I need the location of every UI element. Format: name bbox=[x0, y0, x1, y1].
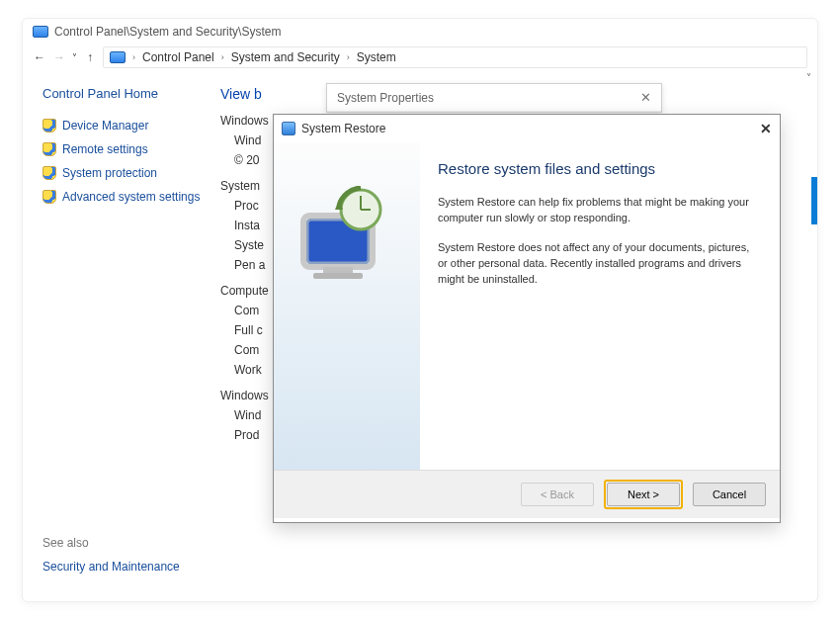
dialog-title: System Restore bbox=[301, 122, 385, 135]
nav-history-caret[interactable]: ˅ bbox=[72, 52, 77, 63]
system-restore-dialog: System Restore ✕ Restore system files an… bbox=[273, 114, 781, 523]
window-title: Control Panel\System and Security\System bbox=[54, 25, 281, 39]
button-label: Cancel bbox=[713, 488, 746, 500]
breadcrumb-part[interactable]: System and Security bbox=[231, 50, 340, 64]
nav-forward-icon[interactable]: → bbox=[52, 50, 66, 64]
highlight-ring: Next > bbox=[604, 480, 683, 509]
breadcrumb-icon bbox=[110, 51, 126, 63]
cancel-button[interactable]: Cancel bbox=[693, 483, 766, 506]
next-button[interactable]: Next > bbox=[607, 483, 680, 506]
breadcrumb-bar[interactable]: › Control Panel › System and Security › … bbox=[103, 46, 807, 68]
see-also-link[interactable]: Security and Maintenance bbox=[42, 560, 180, 574]
windows-accent-bar bbox=[811, 177, 817, 224]
nav-back-icon[interactable]: ← bbox=[33, 50, 46, 64]
dialog-heading: Restore system files and settings bbox=[438, 160, 762, 177]
svg-rect-3 bbox=[313, 273, 363, 279]
sidebar-item-label: Advanced system settings bbox=[62, 190, 200, 204]
sidebar-item-label: Device Manager bbox=[62, 119, 148, 133]
chevron-right-icon: › bbox=[347, 52, 350, 62]
shield-icon bbox=[42, 190, 56, 204]
svg-rect-2 bbox=[323, 267, 353, 273]
dialog-illustration-pane bbox=[274, 142, 420, 470]
see-also-header: See also bbox=[42, 536, 180, 550]
restore-icon bbox=[282, 122, 295, 135]
shield-icon bbox=[42, 166, 56, 180]
chevron-right-icon: › bbox=[132, 52, 135, 62]
control-panel-home-link[interactable]: Control Panel Home bbox=[42, 86, 210, 101]
button-label: < Back bbox=[541, 488, 574, 500]
breadcrumb-part[interactable]: System bbox=[357, 50, 396, 64]
close-icon[interactable]: ✕ bbox=[760, 121, 772, 136]
sysprops-title: System Properties bbox=[337, 91, 434, 105]
restore-monitor-clock-icon bbox=[290, 186, 398, 285]
shield-icon bbox=[42, 142, 56, 156]
chevron-right-icon: › bbox=[221, 52, 224, 62]
sidebar-item-label: System protection bbox=[62, 166, 157, 180]
button-label: Next > bbox=[628, 488, 659, 500]
close-icon[interactable]: ✕ bbox=[640, 90, 651, 105]
sidebar-item-advanced-settings[interactable]: Advanced system settings bbox=[42, 190, 210, 204]
shield-icon bbox=[42, 119, 56, 133]
control-panel-icon bbox=[33, 26, 48, 38]
expand-caret-icon[interactable]: ˅ bbox=[806, 72, 811, 83]
sidebar-item-system-protection[interactable]: System protection bbox=[42, 166, 210, 180]
breadcrumb-part[interactable]: Control Panel bbox=[142, 50, 214, 64]
sidebar-item-device-manager[interactable]: Device Manager bbox=[42, 119, 210, 133]
dialog-text: System Restore can help fix problems tha… bbox=[438, 195, 762, 226]
nav-up-icon[interactable]: ↑ bbox=[83, 50, 97, 64]
sidebar-item-remote-settings[interactable]: Remote settings bbox=[42, 142, 210, 156]
dialog-text: System Restore does not affect any of yo… bbox=[438, 240, 762, 288]
back-button: < Back bbox=[521, 483, 594, 506]
sidebar-item-label: Remote settings bbox=[62, 142, 148, 156]
system-properties-window: System Properties ✕ bbox=[326, 83, 662, 113]
